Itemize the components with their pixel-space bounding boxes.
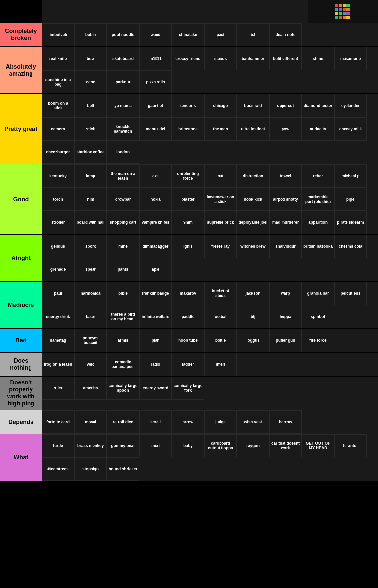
tier-item[interactable]: the man on a leash: [107, 164, 139, 188]
tier-item[interactable]: theres a bird on my head!: [107, 305, 139, 328]
tier-item[interactable]: london: [107, 141, 139, 164]
tier-item[interactable]: ignis: [172, 235, 204, 258]
tier-item[interactable]: bottle: [204, 329, 237, 352]
tier-item[interactable]: plan: [139, 329, 172, 352]
tier-item[interactable]: infinite welfare: [139, 305, 172, 328]
tier-item[interactable]: 9mm: [172, 211, 204, 234]
tier-item[interactable]: cardboard cutout floppa: [204, 434, 237, 457]
tier-item[interactable]: aple: [139, 258, 172, 281]
tier-item[interactable]: board with nail: [74, 211, 107, 234]
tier-item[interactable]: pants: [107, 258, 139, 281]
tier-item[interactable]: jackson: [237, 282, 269, 305]
tier-item[interactable]: brass monkey: [74, 434, 107, 457]
tier-item[interactable]: franklin badge: [139, 282, 172, 305]
tier-item[interactable]: freeze ray: [204, 235, 237, 258]
tier-item[interactable]: taser: [74, 305, 107, 328]
tier-item[interactable]: percutiens: [334, 282, 367, 305]
tier-item[interactable]: nut: [204, 164, 237, 188]
tier-item[interactable]: pow: [269, 117, 302, 141]
tier-item[interactable]: spork: [74, 235, 107, 258]
tier-item[interactable]: supreme brick: [204, 211, 237, 234]
tier-item[interactable]: scroll: [139, 410, 172, 434]
tier-item[interactable]: skateboard: [107, 47, 139, 70]
tier-item[interactable]: masamune: [334, 47, 367, 70]
tier-item[interactable]: tenebris: [172, 94, 204, 117]
tier-item[interactable]: bound shrieker: [107, 457, 139, 481]
tier-item[interactable]: bucket of studs: [204, 282, 237, 305]
tier-item[interactable]: diamond tester: [302, 94, 334, 117]
tier-item[interactable]: torch: [42, 188, 74, 211]
tier-item[interactable]: hoppa: [269, 305, 302, 328]
tier-item[interactable]: car that doesnt work: [269, 434, 302, 457]
tier-item[interactable]: lamp: [74, 164, 107, 188]
tier-item[interactable]: chinalake: [172, 23, 204, 46]
tier-item[interactable]: frog on a leash: [42, 353, 74, 376]
tier-item[interactable]: armis: [107, 329, 139, 352]
tier-item[interactable]: banhammer: [237, 47, 269, 70]
tier-item[interactable]: grenade: [42, 258, 74, 281]
tier-item[interactable]: arrow: [172, 410, 204, 434]
tier-item[interactable]: mine: [107, 235, 139, 258]
tier-item[interactable]: croccy friend: [172, 47, 204, 70]
tier-item[interactable]: gauntlet: [139, 94, 172, 117]
tier-item[interactable]: harmonica: [74, 282, 107, 305]
tier-item[interactable]: pizza rolls: [139, 70, 172, 93]
tier-item[interactable]: loggus: [237, 329, 269, 352]
tier-item[interactable]: apparition: [302, 211, 334, 234]
tier-item[interactable]: stroller: [42, 211, 74, 234]
tier-item[interactable]: knuckle samwitch: [107, 117, 139, 141]
tier-item[interactable]: wish vest: [237, 410, 269, 434]
tier-item[interactable]: cheems cola: [334, 235, 367, 258]
tier-item[interactable]: starblox coffee: [74, 141, 107, 164]
tier-item[interactable]: rebar: [302, 164, 334, 188]
tier-item[interactable]: fire force: [302, 329, 334, 352]
tier-item[interactable]: british bazooka: [302, 235, 334, 258]
tier-item[interactable]: bible: [107, 282, 139, 305]
tier-item[interactable]: america: [74, 377, 107, 400]
tier-item[interactable]: chicago: [204, 94, 237, 117]
tier-item[interactable]: raygun: [237, 434, 269, 457]
tier-item[interactable]: paul: [42, 282, 74, 305]
tier-item[interactable]: him: [74, 188, 107, 211]
tier-item[interactable]: snarvindur: [269, 235, 302, 258]
tier-item[interactable]: sunshine in a bag: [42, 70, 74, 93]
tier-item[interactable]: makarov: [172, 282, 204, 305]
tier-item[interactable]: micheal p: [334, 164, 367, 188]
tier-item[interactable]: comically large fork: [172, 377, 204, 400]
tier-item[interactable]: the man: [204, 117, 237, 141]
tier-item[interactable]: lawnmower on a stick: [204, 188, 237, 211]
tier-item[interactable]: paddle: [172, 305, 204, 328]
tier-item[interactable]: uppercut: [269, 94, 302, 117]
tier-item[interactable]: manus dei: [139, 117, 172, 141]
tier-item[interactable]: airpod shotty: [269, 188, 302, 211]
tier-item[interactable]: football: [204, 305, 237, 328]
tier-item[interactable]: blj: [237, 305, 269, 328]
tier-item[interactable]: gummy bear: [107, 434, 139, 457]
tier-item[interactable]: marketable port (plushie): [302, 188, 334, 211]
tier-item[interactable]: stopsign: [74, 457, 107, 481]
tier-item[interactable]: bow: [74, 47, 107, 70]
tier-item[interactable]: spear: [74, 258, 107, 281]
tier-item[interactable]: comically large spoon: [107, 377, 139, 400]
tier-item[interactable]: inferi: [204, 353, 237, 376]
tier-item[interactable]: velo: [74, 353, 107, 376]
tier-item[interactable]: audacity: [302, 117, 334, 141]
tier-item[interactable]: fortnite card: [42, 410, 74, 434]
tier-item[interactable]: hook kick: [237, 188, 269, 211]
tier-item[interactable]: nokia: [139, 188, 172, 211]
tier-item[interactable]: vampire knifes: [139, 211, 172, 234]
tier-item[interactable]: re-roll dice: [107, 410, 139, 434]
tier-item[interactable]: camera: [42, 117, 74, 141]
tier-item[interactable]: belt: [74, 94, 107, 117]
tier-item[interactable]: fimbulvetr: [42, 23, 74, 46]
tier-item[interactable]: m1911: [139, 47, 172, 70]
tier-item[interactable]: distraction: [237, 164, 269, 188]
tier-item[interactable]: mad murderer: [269, 211, 302, 234]
tier-item[interactable]: bobm on a stick: [42, 94, 74, 117]
tier-item[interactable]: eyelander: [334, 94, 367, 117]
tier-item[interactable]: baby: [172, 434, 204, 457]
tier-item[interactable]: stands: [204, 47, 237, 70]
tier-item[interactable]: ruler: [42, 377, 74, 400]
tier-item[interactable]: borrow: [269, 410, 302, 434]
tier-item[interactable]: turtle: [42, 434, 74, 457]
